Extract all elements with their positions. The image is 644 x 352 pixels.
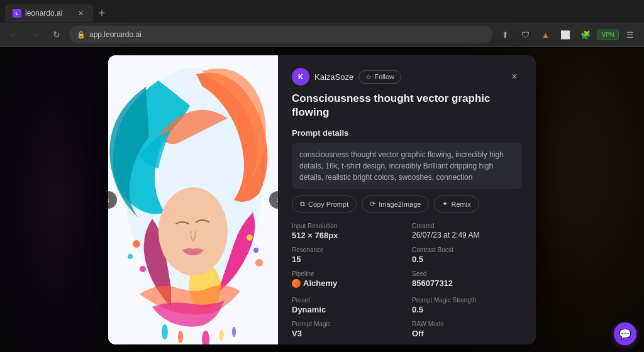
refresh-button[interactable]: ↻ — [48, 26, 65, 43]
raw-mode-value: Off — [412, 329, 522, 338]
pipeline-label: Pipeline — [292, 270, 402, 277]
raw-mode-label: RAW Mode — [412, 321, 522, 327]
detail-prompt-magic-strength: Prompt Magic Strength 0.5 — [412, 297, 522, 314]
follow-label: Follow — [374, 73, 394, 80]
detail-pipeline: Pipeline Alchemy — [292, 270, 402, 290]
tab-view-button[interactable]: ⬜ — [557, 26, 574, 43]
lock-icon: 🔒 — [77, 31, 86, 39]
detail-preset: Preset Dynamic — [292, 297, 402, 314]
info-panel: K KaizaSoze ☆ Follow × Consciousness tho… — [278, 55, 536, 344]
created-label: Created — [412, 223, 522, 229]
svg-point-11 — [247, 234, 253, 241]
svg-point-9 — [128, 254, 133, 259]
created-value: 26/07/23 at 2:49 AM — [412, 231, 522, 239]
alert-icon: ▲ — [536, 26, 554, 43]
input-resolution-label: Input Resolution — [292, 223, 402, 229]
copy-prompt-label: Copy Prompt — [308, 201, 348, 208]
prompt-magic-strength-label: Prompt Magic Strength — [412, 297, 522, 304]
alchemy-icon — [292, 279, 301, 288]
modal: ‹ — [108, 55, 536, 344]
follow-button[interactable]: ☆ Follow — [358, 70, 401, 84]
detail-raw-mode: RAW Mode Off — [412, 321, 522, 338]
detail-prompt-magic: Prompt Magic V3 — [292, 321, 402, 338]
resonance-label: Resonance — [292, 246, 402, 253]
svg-point-3 — [178, 331, 183, 343]
svg-point-8 — [133, 240, 140, 248]
contrast-boost-value: 0.5 — [412, 255, 522, 264]
svg-point-10 — [140, 266, 146, 272]
close-button[interactable]: × — [507, 69, 522, 84]
details-grid: Input Resolution 512 × 768px Created 26/… — [292, 223, 522, 338]
svg-point-13 — [255, 259, 263, 267]
extensions-button[interactable]: 🧩 — [577, 26, 594, 43]
menu-button[interactable]: ☰ — [621, 26, 639, 43]
prompt-magic-strength-value: 0.5 — [412, 305, 522, 314]
svg-point-5 — [219, 329, 224, 341]
chat-bubble-button[interactable]: 💬 — [614, 322, 636, 345]
image-panel: ‹ — [108, 55, 278, 344]
resonance-value: 15 — [292, 255, 402, 264]
svg-point-7 — [158, 187, 228, 275]
copy-prompt-button[interactable]: ⧉ Copy Prompt — [292, 195, 357, 212]
url-text: app.leonardo.ai — [89, 30, 142, 39]
svg-point-12 — [253, 248, 258, 253]
star-icon: ☆ — [365, 73, 372, 81]
back-button[interactable]: ← — [5, 26, 23, 43]
svg-point-6 — [232, 327, 236, 337]
browser-chrome: L leonardo.ai ✕ + ← → ↻ 🔒 app.leonardo.a… — [0, 0, 644, 47]
avatar: K — [292, 68, 309, 85]
share-button[interactable]: ⬆ — [496, 26, 514, 43]
prompt-magic-value: V3 — [292, 329, 402, 338]
image2image-label: Image2Image — [379, 201, 421, 208]
address-bar[interactable]: 🔒 app.leonardo.ai — [69, 26, 492, 43]
shield-icon: 🛡 — [516, 26, 534, 43]
main-content: ‹ — [0, 47, 644, 352]
contrast-boost-label: Contrast Boost — [412, 246, 522, 253]
prompt-text: consciousness thought vector graphic flo… — [292, 143, 522, 189]
remix-icon: ✦ — [442, 200, 448, 208]
prompt-magic-label: Prompt Magic — [292, 321, 402, 327]
detail-resonance: Resonance 15 — [292, 246, 402, 264]
detail-contrast-boost: Contrast Boost 0.5 — [412, 246, 522, 264]
nav-right-controls: ⬆ 🛡 ▲ ⬜ 🧩 VPN ☰ — [496, 26, 639, 43]
modal-header: K KaizaSoze ☆ Follow × — [292, 68, 522, 85]
image2image-button[interactable]: ⟳ Image2Image — [362, 195, 429, 212]
image2image-icon: ⟳ — [370, 200, 375, 208]
nav-bar: ← → ↻ 🔒 app.leonardo.ai ⬆ 🛡 ▲ ⬜ 🧩 VPN ☰ — [0, 23, 644, 47]
input-resolution-value: 512 × 768px — [292, 231, 402, 240]
forward-button[interactable]: → — [26, 26, 44, 43]
copy-icon: ⧉ — [300, 200, 305, 208]
artwork-image — [108, 55, 278, 344]
detail-seed: Seed 856077312 — [412, 270, 522, 290]
vpn-badge: VPN — [597, 30, 619, 40]
modal-overlay: ‹ — [0, 47, 644, 352]
remix-button[interactable]: ✦ Remix — [434, 195, 479, 212]
tab-favicon: L — [13, 9, 21, 18]
pipeline-value: Alchemy — [292, 278, 337, 288]
preset-label: Preset — [292, 297, 402, 304]
prompt-section-label: Prompt details — [292, 128, 522, 138]
action-buttons: ⧉ Copy Prompt ⟳ Image2Image ✦ Remix — [292, 195, 522, 212]
svg-point-2 — [162, 324, 168, 339]
preset-value: Dynamic — [292, 305, 402, 314]
seed-value: 856077312 — [412, 278, 522, 288]
username: KaizaSoze — [314, 72, 353, 82]
new-tab-button[interactable]: + — [93, 4, 111, 22]
image-title: Consciousness thought vector graphic flo… — [292, 92, 522, 119]
remix-label: Remix — [451, 201, 470, 208]
tab-title: leonardo.ai — [25, 9, 62, 18]
tab-bar: L leonardo.ai ✕ + — [0, 0, 644, 23]
detail-input-resolution: Input Resolution 512 × 768px — [292, 223, 402, 240]
seed-label: Seed — [412, 270, 522, 277]
detail-created: Created 26/07/23 at 2:49 AM — [412, 223, 522, 240]
active-tab[interactable]: L leonardo.ai ✕ — [5, 4, 93, 22]
tab-close-button[interactable]: ✕ — [75, 8, 86, 18]
user-info: K KaizaSoze ☆ Follow — [292, 68, 401, 85]
